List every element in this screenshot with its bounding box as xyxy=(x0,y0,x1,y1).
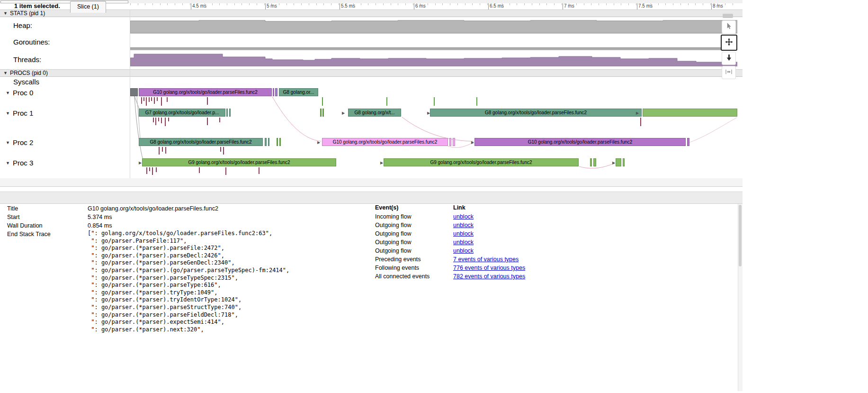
flow-arrow xyxy=(448,143,473,147)
slice[interactable] xyxy=(623,158,625,166)
slice[interactable]: G10 golang.org/x/tools/go/loader.parseFi… xyxy=(474,138,686,146)
tab-slice[interactable]: Slice (1) xyxy=(70,1,106,13)
proc1-row-label[interactable]: ▼ Proc 1 xyxy=(6,109,33,118)
instant-event-tick[interactable] xyxy=(168,118,169,121)
event-link[interactable]: 7 events of various types xyxy=(453,255,519,264)
instant-event-tick[interactable] xyxy=(159,147,160,155)
instant-event-tick[interactable] xyxy=(155,118,156,125)
instant-event-tick[interactable] xyxy=(151,97,152,101)
event-link[interactable]: 776 events of various types xyxy=(453,264,525,272)
slice[interactable] xyxy=(320,109,322,117)
instant-event-tick[interactable] xyxy=(154,97,155,104)
instant-event-tick[interactable] xyxy=(220,147,221,152)
ruler-minor-tick xyxy=(242,3,242,5)
instant-event-tick[interactable] xyxy=(146,167,147,174)
collapse-icon[interactable]: ▼ xyxy=(6,89,10,97)
instant-event-tick[interactable] xyxy=(141,97,142,104)
slice[interactable]: G9 golang.org/x/tools/go/loader.parseFil… xyxy=(384,158,579,166)
slice[interactable] xyxy=(643,109,737,117)
details-scrollbar-thumb[interactable] xyxy=(739,205,742,266)
stats-section-header[interactable]: ▼ STATS (pid 1) xyxy=(0,9,743,17)
threads-chart[interactable] xyxy=(130,50,737,66)
slice[interactable] xyxy=(590,158,592,166)
instant-event-tick[interactable] xyxy=(149,167,150,171)
slice[interactable]: G9 golang.org/x/tools/go/loader.parseFil… xyxy=(142,158,336,166)
zoom-tool-button[interactable] xyxy=(722,52,736,65)
proc3-row-label[interactable]: ▼ Proc 3 xyxy=(6,159,33,167)
event-link[interactable]: unblock xyxy=(453,247,474,255)
instant-event-tick[interactable] xyxy=(152,167,153,175)
slice[interactable] xyxy=(273,88,274,96)
time-ruler[interactable]: 4.5 ms5 ms5.5 ms6 ms6.5 ms7 ms7.5 ms8 ms xyxy=(0,3,743,9)
collapse-icon[interactable]: ▼ xyxy=(3,11,8,16)
instant-event-tick[interactable] xyxy=(640,118,641,126)
event-link[interactable]: unblock xyxy=(453,229,474,238)
slice[interactable] xyxy=(275,88,277,96)
instant-event-tick[interactable] xyxy=(225,167,226,175)
slice[interactable]: G8 golang.org/x/tools/go/loader.parseFil… xyxy=(139,138,263,146)
proc0-row-label[interactable]: ▼ Proc 0 xyxy=(6,89,33,97)
slice[interactable]: G8 golang.org/x/tools/go/loader.parseFil… xyxy=(430,109,642,117)
collapse-icon[interactable]: ▼ xyxy=(3,71,8,75)
event-link[interactable]: unblock xyxy=(453,238,474,247)
instant-event-tick[interactable] xyxy=(161,97,162,106)
slice[interactable]: G8 golang.org/x/t... xyxy=(348,109,401,117)
slice[interactable] xyxy=(687,138,689,146)
instant-event-tick[interactable] xyxy=(223,147,224,155)
event-link[interactable]: unblock xyxy=(453,212,474,221)
slice[interactable]: G10 golang.org/x/tools/go/loader.parseFi… xyxy=(322,138,448,146)
slice[interactable] xyxy=(616,158,621,166)
instant-event-tick[interactable] xyxy=(476,97,477,106)
instant-event-tick[interactable] xyxy=(156,167,157,172)
threads-row-label: Threads: xyxy=(13,55,41,64)
slice[interactable] xyxy=(453,138,455,146)
instant-event-tick[interactable] xyxy=(165,147,166,154)
collapse-icon[interactable]: ▼ xyxy=(6,138,10,147)
instant-event-tick[interactable] xyxy=(146,97,147,106)
instant-event-tick[interactable] xyxy=(162,147,163,152)
collapse-icon[interactable]: ▼ xyxy=(6,109,10,118)
slice[interactable] xyxy=(226,109,228,117)
slice[interactable] xyxy=(229,109,231,117)
event-type: Preceding events xyxy=(375,255,453,264)
instant-event-tick[interactable] xyxy=(322,97,323,106)
procs-section-header[interactable]: ▼ PROCS (pid 0) xyxy=(0,69,743,77)
slice[interactable]: G7 golang.org/x/tools/go/loader.p... xyxy=(139,109,225,117)
slice[interactable] xyxy=(322,109,324,117)
slice[interactable] xyxy=(130,88,138,96)
instant-event-tick[interactable] xyxy=(207,97,208,105)
slice[interactable] xyxy=(593,158,596,166)
instant-event-tick[interactable] xyxy=(161,118,162,123)
collapse-icon[interactable]: ▼ xyxy=(6,159,10,167)
instant-event-tick[interactable] xyxy=(165,118,166,126)
proc2-row-label[interactable]: ▼ Proc 2 xyxy=(6,138,33,147)
event-link[interactable]: 782 events of various types xyxy=(453,272,525,281)
slice[interactable] xyxy=(449,138,451,146)
instant-event-tick[interactable] xyxy=(219,118,220,122)
ruler-minor-tick xyxy=(450,3,450,5)
instant-event-tick[interactable] xyxy=(259,167,260,174)
slice[interactable] xyxy=(277,138,278,146)
slice[interactable]: G8 golang.or... xyxy=(279,88,318,96)
timing-tool-button[interactable] xyxy=(722,66,736,79)
slice[interactable] xyxy=(279,138,281,146)
instant-event-tick[interactable] xyxy=(207,118,208,125)
instant-event-tick[interactable] xyxy=(157,97,158,101)
instant-event-tick[interactable] xyxy=(143,97,144,101)
proc2-label-text: Proc 2 xyxy=(13,138,33,147)
select-tool-button[interactable] xyxy=(722,20,736,34)
slice[interactable]: G10 golang.org/x/tools/go/loader.parseFi… xyxy=(139,88,272,96)
instant-event-tick[interactable] xyxy=(167,97,168,102)
pan-tool-button[interactable] xyxy=(721,35,737,51)
slice[interactable] xyxy=(265,138,267,146)
toolbar-grip[interactable] xyxy=(723,14,733,18)
heap-chart[interactable] xyxy=(130,17,737,33)
instant-event-tick[interactable] xyxy=(158,118,159,121)
slice[interactable] xyxy=(268,138,269,146)
instant-event-tick[interactable] xyxy=(149,97,150,102)
instant-event-tick[interactable] xyxy=(434,97,435,106)
instant-event-tick[interactable] xyxy=(199,167,200,173)
event-link[interactable]: unblock xyxy=(453,221,474,229)
instant-event-tick[interactable] xyxy=(386,97,387,106)
instant-event-tick[interactable] xyxy=(153,118,154,122)
